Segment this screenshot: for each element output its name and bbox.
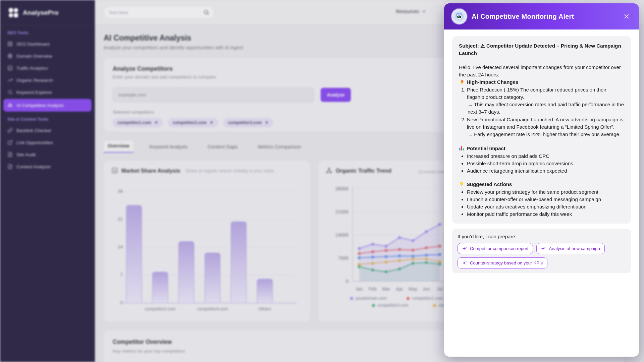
competitor-chip[interactable]: competitor2.com ✕: [168, 118, 218, 127]
close-button[interactable]: [622, 11, 632, 21]
competitor-chip[interactable]: competitor3.com ✕: [223, 118, 273, 127]
list-item: Price Reduction (-15%) The competitor re…: [467, 86, 624, 115]
competitor-comparison-report-button[interactable]: Competitor comparison report: [458, 243, 533, 254]
tab-overview[interactable]: Overview: [104, 141, 133, 153]
sidebar-item-keyword-explorer[interactable]: Keyword Explorer: [0, 86, 95, 98]
ai-monitoring-alert-modal: AI Competitive Monitoring Alert Subject:…: [444, 3, 639, 357]
tab-content-gaps[interactable]: Content Gaps: [204, 142, 241, 153]
list-item: Possible short-term drop in organic conv…: [467, 160, 624, 167]
remove-chip-icon[interactable]: ✕: [210, 120, 213, 125]
sidebar: AnalysePro SEO Tools SEO Dashboard Domai…: [0, 0, 95, 362]
sidebar-section-seo-tools: SEO Tools: [7, 31, 95, 35]
remove-chip-icon[interactable]: ✕: [265, 120, 268, 125]
svg-text:Apr: Apr: [396, 286, 403, 292]
list-item: Audience retargeting intensification exp…: [467, 167, 624, 175]
tab-keyword-analysis[interactable]: Keyword Analysis: [146, 142, 192, 153]
high-impact-heading-text: High-Impact Changes: [467, 78, 518, 86]
alert-greeting: Hello, I’ve detected several important c…: [459, 64, 624, 78]
search-bar[interactable]: [104, 6, 214, 19]
modal-header: AI Competitive Monitoring Alert: [444, 3, 639, 29]
chip-label: competitor1.com: [117, 120, 151, 125]
svg-text:0: 0: [346, 279, 348, 284]
svg-text:28000: 28000: [335, 186, 348, 191]
list-item: Update your ads creatives emphasizing di…: [467, 203, 624, 210]
brand-name: AnalysePro: [23, 9, 59, 16]
domain-input[interactable]: [113, 87, 314, 102]
sidebar-item-label: Link Opportunities: [16, 140, 53, 145]
x-axis-label: competitor4.com: [197, 307, 228, 311]
sidebar-item-ai-competitive-analysis[interactable]: AI Competitive Analysis: [3, 99, 92, 112]
modal-body: Subject: ⚠ Competitor Update Detected – …: [444, 29, 639, 224]
list-item-text: New Promotional Campaign Launched. A new…: [467, 117, 623, 130]
analysis-of-new-campaign-button[interactable]: Analysis of new campaign: [536, 243, 604, 254]
legend-item: competitor1.com: [407, 296, 443, 301]
x-axis-label: competitor2.com: [145, 307, 175, 311]
modal-footer: If you’d like, I can prepare: Competitor…: [452, 229, 631, 273]
list-item: Monitor paid traffic performance daily t…: [467, 210, 624, 218]
list-item: Review your pricing strategy for the sam…: [467, 188, 624, 196]
svg-text:Jun: Jun: [423, 286, 430, 292]
market-share-bar: [231, 222, 247, 303]
sidebar-item-label: Content Analyzer: [16, 164, 51, 169]
legend-item: competitor3.com: [372, 303, 408, 308]
legend-label: yourdomain.com: [356, 296, 386, 301]
analyze-button[interactable]: Analyze: [321, 88, 351, 102]
sidebar-section-site-content-tools: Site & Content Tools: [7, 117, 95, 122]
y-axis-tick: 7: [110, 272, 123, 277]
remove-chip-icon[interactable]: ✕: [155, 120, 158, 125]
sidebar-item-traffic-analytics[interactable]: Traffic Analytics: [0, 62, 95, 74]
sidebar-item-label: Traffic Analytics: [16, 66, 48, 71]
gridline: [122, 219, 297, 220]
sidebar-item-domain-overview[interactable]: Domain Overview: [0, 50, 95, 62]
tab-metrics-comparison[interactable]: Metrics Comparison: [254, 142, 305, 153]
legend-dot: [407, 297, 410, 300]
lightbulb-icon: [459, 181, 464, 187]
organic-traffic-title: Organic Traffic Trend: [336, 168, 391, 174]
brand: AnalysePro: [0, 0, 95, 25]
bot-icon: [7, 103, 13, 108]
button-label: Analysis of new campaign: [549, 246, 600, 251]
sidebar-item-label: Domain Overview: [16, 54, 52, 59]
flame-icon: [459, 79, 464, 84]
sidebar-item-seo-dashboard[interactable]: SEO Dashboard: [0, 38, 95, 50]
y-axis-tick: 21: [110, 217, 123, 222]
suggested-actions-heading-text: Suggested Actions: [467, 181, 512, 188]
alert-content: Subject: ⚠ Competitor Update Detected – …: [452, 36, 631, 224]
sidebar-item-site-audit[interactable]: Site Audit: [0, 148, 95, 161]
resources-dropdown[interactable]: Resources: [396, 9, 426, 14]
list-item-note: → Early engagement rate is 22% higher th…: [468, 131, 624, 138]
svg-text:Jul: Jul: [437, 286, 443, 292]
y-axis-tick: 28: [110, 189, 123, 194]
bar-chart-emoji-icon: [459, 145, 464, 151]
market-share-bar: [152, 272, 168, 303]
market-share-bar: [205, 253, 220, 303]
screen: AnalysePro SEO Tools SEO Dashboard Domai…: [0, 0, 644, 362]
button-label: Competitor comparison report: [470, 246, 528, 251]
footer-prompt: If you’d like, I can prepare:: [458, 234, 626, 239]
file-text-icon: [7, 164, 13, 169]
trending-up-icon: [7, 77, 13, 83]
competitor-chip[interactable]: competitor1.com ✕: [113, 118, 163, 127]
sparkles-icon: [541, 246, 546, 251]
sidebar-item-organic-research[interactable]: Organic Research: [0, 74, 95, 86]
counter-strategy-button[interactable]: Counter-strategy based on your KPIs: [458, 257, 547, 268]
sidebar-item-content-analyzer[interactable]: Content Analyzer: [0, 161, 95, 173]
legend-dot: [433, 304, 436, 307]
sidebar-item-label: Backlink Checker: [16, 128, 51, 133]
brand-logo-icon: [8, 7, 19, 18]
sparkles-icon: [462, 261, 467, 265]
sidebar-item-backlink-checker[interactable]: Backlink Checker: [0, 124, 95, 136]
search-input[interactable]: [109, 10, 203, 15]
list-item-note: → This may affect conversion rates and p…: [468, 101, 624, 116]
link-icon: [7, 128, 13, 133]
svg-text:21000: 21000: [335, 209, 348, 215]
chevron-down-icon: [422, 9, 426, 14]
sidebar-item-link-opportunities[interactable]: Link Opportunities: [0, 136, 95, 148]
ai-action-buttons: Competitor comparison report Analysis of…: [458, 243, 626, 268]
legend-dot: [372, 304, 375, 307]
search-icon[interactable]: [203, 9, 209, 15]
sidebar-item-label: SEO Dashboard: [16, 42, 49, 47]
potential-impact-list: Increased pressure on paid ads CPC Possi…: [459, 153, 624, 174]
sparkles-icon: [462, 246, 467, 251]
market-share-bar: [178, 241, 194, 303]
